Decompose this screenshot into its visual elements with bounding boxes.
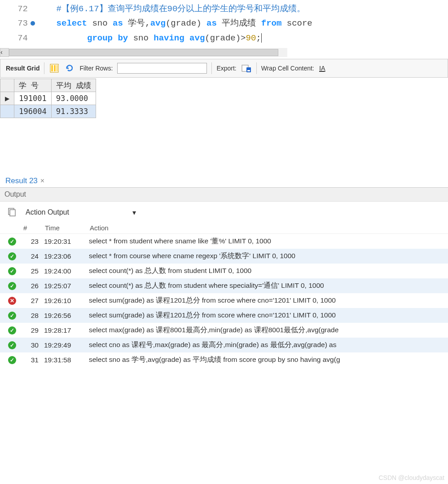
success-icon: ✓: [8, 267, 16, 275]
svg-rect-6: [247, 70, 250, 71]
log-action: select sum(grade) as 课程1201总分 from score…: [89, 311, 442, 320]
svg-text:I̲A̲: I̲A̲: [319, 65, 325, 72]
grid-cell[interactable]: 93.0000: [51, 92, 96, 105]
output-copy-icon[interactable]: [6, 207, 17, 218]
row-selector[interactable]: ▶: [0, 92, 14, 105]
log-row[interactable]: ✕2719:26:10select sum(grade) as 课程1201总分…: [0, 293, 448, 308]
log-action: select * from student where sname like '…: [89, 237, 442, 246]
log-num: 26: [18, 282, 44, 290]
error-icon: ✕: [8, 297, 16, 305]
grid-cell[interactable]: 191001: [14, 92, 51, 105]
output-column-header: # Time Action: [0, 223, 448, 234]
export-icon[interactable]: [241, 63, 252, 74]
success-icon: ✓: [8, 238, 16, 246]
success-icon: ✓: [8, 252, 16, 260]
tab-result-23[interactable]: Result 23 ×: [4, 175, 45, 187]
log-time: 19:26:10: [44, 297, 89, 305]
svg-rect-9: [10, 210, 15, 216]
output-log[interactable]: ✓2319:20:31select * from student where s…: [0, 234, 448, 367]
output-controls: Action Output ▾: [0, 202, 448, 223]
log-time: 19:28:17: [44, 326, 89, 334]
refresh-icon[interactable]: [64, 63, 75, 74]
export-label: Export:: [216, 65, 236, 72]
log-row[interactable]: ✓2519:24:00select count(*) as 总人数 from s…: [0, 264, 448, 278]
log-row[interactable]: ✓2419:23:06select * from course where cn…: [0, 249, 448, 264]
log-row[interactable]: ✓2319:20:31select * from student where s…: [0, 234, 448, 249]
log-action: select count(*) as 总人数 from student wher…: [89, 281, 442, 290]
grid-cell[interactable]: 196004: [14, 105, 51, 118]
chevron-down-icon: ▾: [132, 208, 136, 217]
breakpoint-icon[interactable]: [31, 21, 35, 26]
toolbar-divider: [211, 62, 212, 74]
row-selector[interactable]: [0, 105, 14, 118]
success-icon: ✓: [8, 326, 16, 334]
hscroll-left-button[interactable]: ‹: [0, 48, 9, 57]
log-time: 19:31:58: [44, 356, 89, 364]
code-line[interactable]: #【例6.17】查询平均成绩在90分以上的学生的学号和平均成绩。: [36, 2, 305, 16]
column-header[interactable]: 学 号: [14, 79, 51, 92]
filter-rows-input[interactable]: [117, 63, 207, 74]
log-time: 19:24:00: [44, 267, 89, 275]
log-row[interactable]: ✓2919:28:17select max(grade) as 课程8001最高…: [0, 323, 448, 338]
tab-label: Result 23: [5, 176, 38, 185]
success-icon: ✓: [8, 356, 16, 364]
row-header-blank: [0, 79, 14, 92]
output-type-value: Action Output: [26, 208, 69, 216]
editor-hscrollbar[interactable]: ‹: [0, 48, 448, 57]
log-time: 19:20:31: [44, 238, 89, 246]
log-action: select * from course where cname regexp …: [89, 251, 442, 261]
log-action: select max(grade) as 课程8001最高分,min(grade…: [89, 326, 442, 335]
line-gutter[interactable]: 72: [0, 2, 36, 16]
log-num: 29: [18, 326, 44, 334]
col-action: Action: [90, 224, 442, 232]
log-action: select sno as 学号,avg(grade) as 平均成绩 from…: [89, 355, 442, 365]
log-time: 19:26:56: [44, 312, 89, 320]
log-row[interactable]: ✓3019:29:49select cno as 课程号,max(grade) …: [0, 338, 448, 352]
output-panel-header: Output: [0, 187, 448, 202]
log-num: 25: [18, 267, 44, 275]
log-row[interactable]: ✓3119:31:58select sno as 学号,avg(grade) a…: [0, 352, 448, 367]
toolbar-divider: [44, 62, 44, 74]
code-line[interactable]: select sno as 学号,avg(grade) as 平均成绩 from…: [36, 16, 312, 31]
line-gutter[interactable]: 73: [0, 16, 36, 31]
success-icon: ✓: [8, 312, 16, 320]
log-time: 19:25:07: [44, 282, 89, 290]
result-grid[interactable]: 学 号平均 成绩▶19100193.000019600491.3333: [0, 79, 96, 118]
grid-cell[interactable]: 91.3333: [51, 105, 96, 118]
filter-rows-label: Filter Rows:: [79, 65, 113, 72]
svg-rect-5: [246, 67, 251, 72]
close-icon[interactable]: ×: [40, 177, 44, 185]
output-type-select[interactable]: Action Output ▾: [22, 206, 139, 219]
wrap-cell-label: Wrap Cell Content:: [261, 65, 314, 72]
success-icon: ✓: [8, 341, 16, 349]
log-row[interactable]: ✓2819:26:56select sum(grade) as 课程1201总分…: [0, 308, 448, 323]
log-action: select count(*) as 总人数 from student LIMI…: [89, 266, 442, 276]
hscroll-thumb[interactable]: [9, 49, 278, 56]
toolbar-divider: [256, 62, 257, 74]
wrap-cell-icon[interactable]: I̲A̲: [319, 63, 329, 74]
svg-rect-2: [54, 65, 56, 71]
log-num: 31: [18, 356, 44, 364]
log-num: 24: [18, 252, 44, 260]
sql-editor[interactable]: 72 #【例6.17】查询平均成绩在90分以上的学生的学号和平均成绩。73 se…: [0, 0, 448, 47]
watermark: CSDN @cloudydayscat: [379, 474, 445, 481]
log-num: 23: [18, 238, 44, 246]
column-header[interactable]: 平均 成绩: [51, 79, 96, 92]
grid-view-icon[interactable]: [49, 63, 60, 74]
svg-rect-1: [51, 65, 53, 71]
code-line[interactable]: group by sno having avg(grade)>90;: [36, 31, 262, 45]
log-action: select sum(grade) as 课程1201总分 from scroe…: [89, 296, 442, 305]
col-time: Time: [45, 224, 90, 232]
success-icon: ✓: [8, 282, 16, 290]
result-grid-label: Result Grid: [6, 65, 40, 72]
line-gutter[interactable]: 74: [0, 31, 36, 45]
log-action: select cno as 课程号,max(grade) as 最高分,min(…: [89, 340, 442, 350]
svg-rect-3: [57, 65, 57, 71]
log-num: 28: [18, 312, 44, 320]
result-tab-bar: Result 23 ×: [0, 172, 448, 187]
log-row[interactable]: ✓2619:25:07select count(*) as 总人数 from s…: [0, 278, 448, 293]
log-time: 19:29:49: [44, 341, 89, 349]
hscroll-spacer: [287, 48, 448, 57]
log-num: 27: [18, 297, 44, 305]
log-time: 19:23:06: [44, 252, 89, 260]
